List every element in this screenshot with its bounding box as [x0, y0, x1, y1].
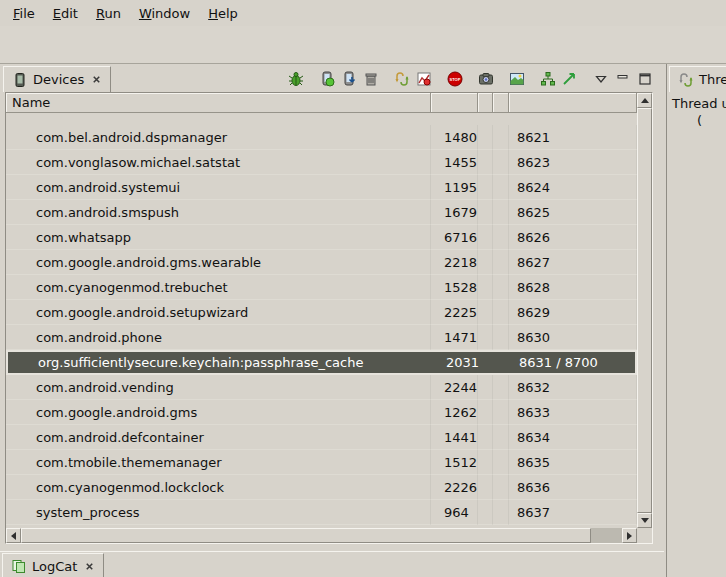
cell-blank2: [493, 375, 509, 400]
cell-blank2: [493, 400, 509, 425]
table-row[interactable]: com.android.phone 1471 8630: [6, 325, 637, 350]
gl-trace-icon[interactable]: [559, 69, 581, 89]
process-name: system_process: [6, 500, 431, 525]
process-name: org.sufficientlysecure.keychain:passphra…: [8, 352, 433, 373]
scrollbar-down-button[interactable]: [637, 513, 652, 528]
process-name: com.google.android.gms: [6, 400, 431, 425]
column-header-blank2[interactable]: [493, 93, 509, 113]
column-header-blank1[interactable]: [478, 93, 493, 113]
horizontal-scrollbar[interactable]: [6, 528, 637, 543]
tab-threads[interactable]: Threads: [669, 66, 726, 92]
column-header-port[interactable]: [509, 93, 637, 113]
logcat-tab-label: LogCat: [32, 559, 77, 574]
logcat-tab-icon: [11, 558, 27, 574]
hierarchy-view-icon[interactable]: [537, 69, 559, 89]
cell-blank1: [478, 325, 493, 350]
arrow-right-icon: [627, 532, 632, 540]
menu-edit[interactable]: Edit: [44, 2, 87, 25]
tab-logcat[interactable]: LogCat: [2, 553, 104, 577]
table-row[interactable]: com.google.android.setupwizard 22250 862…: [6, 300, 637, 325]
process-name: com.cyanogenmod.lockclock: [6, 475, 431, 500]
process-name: com.bel.android.dspmanager: [6, 125, 431, 150]
table-row[interactable]: com.android.systemui 1195 8624: [6, 175, 637, 200]
screen-capture-icon[interactable]: [475, 69, 497, 89]
tab-devices[interactable]: Devices: [3, 66, 111, 92]
cell-blank2: [493, 200, 509, 225]
table-row[interactable]: com.cyanogenmod.trebuchet 1528 8628: [6, 275, 637, 300]
table-row[interactable]: com.android.vending 22440 8632: [6, 375, 637, 400]
scrollbar-up-button[interactable]: [637, 93, 652, 108]
process-pid: 12623: [431, 400, 478, 425]
arrow-up-icon: [641, 98, 649, 103]
minimize-icon[interactable]: [612, 69, 634, 89]
process-name: com.whatsapp: [6, 225, 431, 250]
process-name: com.android.systemui: [6, 175, 431, 200]
device-tab-icon: [12, 72, 28, 88]
table-row[interactable]: com.whatsapp 6716 8626: [6, 225, 637, 250]
device-table: Name com.bel.android.dspmanager 1480 862…: [5, 92, 653, 544]
table-row[interactable]: org.sufficientlysecure.keychain:passphra…: [6, 350, 637, 375]
process-pid: 964: [431, 500, 478, 525]
table-row[interactable]: system_process 964 8637: [6, 500, 637, 525]
vertical-scrollbar-thumb[interactable]: [637, 108, 652, 513]
cell-blank1: [478, 225, 493, 250]
process-pid: 1512: [431, 450, 478, 475]
toolbar-separator: [382, 70, 391, 88]
start-method-profiling-icon[interactable]: [413, 69, 435, 89]
cell-blank1: [478, 500, 493, 525]
close-icon[interactable]: [84, 561, 95, 572]
process-port: 8626: [509, 225, 637, 250]
horizontal-scrollbar-thumb[interactable]: [21, 528, 591, 543]
column-header-pid[interactable]: [431, 93, 478, 113]
cell-blank1: [478, 375, 493, 400]
table-row[interactable]: com.google.android.gms 12623 8633: [6, 400, 637, 425]
table-row[interactable]: com.vonglasow.michael.satstat 14553 8623: [6, 150, 637, 175]
cause-gc-icon[interactable]: [360, 69, 382, 89]
vertical-scrollbar[interactable]: [637, 93, 652, 528]
table-row[interactable]: com.android.smspush 1679 8625: [6, 200, 637, 225]
debug-process-icon[interactable]: [285, 69, 307, 89]
cell-blank2: [493, 475, 509, 500]
cell-blank1: [478, 275, 493, 300]
process-name: com.google.android.setupwizard: [6, 300, 431, 325]
cell-blank1: [478, 150, 493, 175]
column-header-name[interactable]: Name: [6, 93, 431, 113]
process-port: 8637: [509, 500, 637, 525]
cell-blank1: [478, 175, 493, 200]
scrollbar-right-button[interactable]: [622, 528, 637, 543]
process-port: 8621: [509, 125, 637, 150]
menu-help[interactable]: Help: [199, 2, 247, 25]
process-pid: 22250: [431, 300, 478, 325]
stop-process-icon[interactable]: STOP: [444, 69, 466, 89]
table-row[interactable]: com.cyanogenmod.lockclock 22265 8636: [6, 475, 637, 500]
table-row[interactable]: com.tmobile.thememanager 1512 8635: [6, 450, 637, 475]
update-threads-icon[interactable]: [391, 69, 413, 89]
table-row[interactable]: com.bel.android.dspmanager 1480 8621: [6, 125, 637, 150]
scrollbar-left-button[interactable]: [6, 528, 21, 543]
menu-window[interactable]: Window: [130, 2, 199, 25]
process-name: com.android.defcontainer: [6, 425, 431, 450]
ddms-window: FileEditRunWindowHelp Devices STOP Name: [0, 0, 726, 577]
cell-blank2: [493, 250, 509, 275]
system-trace-icon[interactable]: [506, 69, 528, 89]
cell-blank2: [493, 325, 509, 350]
cell-blank2: [493, 425, 509, 450]
table-row[interactable]: com.google.android.gms.wearable 22185 86…: [6, 250, 637, 275]
dump-hprof-icon[interactable]: [338, 69, 360, 89]
cell-blank2: [493, 225, 509, 250]
update-heap-icon[interactable]: [316, 69, 338, 89]
process-port: 8625: [509, 200, 637, 225]
maximize-icon[interactable]: [634, 69, 656, 89]
menu-run[interactable]: Run: [87, 2, 130, 25]
process-name: com.android.phone: [6, 325, 431, 350]
menu-file[interactable]: File: [4, 2, 44, 25]
close-icon[interactable]: [91, 74, 102, 85]
threads-message-line2: (: [697, 113, 702, 128]
table-row[interactable]: com.android.defcontainer 14411 8634: [6, 425, 637, 450]
device-table-header: Name: [6, 93, 637, 113]
arrow-left-icon: [11, 532, 16, 540]
threads-tabstrip: Threads: [667, 64, 726, 92]
toolbar-separator: [466, 70, 475, 88]
view-menu-icon[interactable]: [590, 69, 612, 89]
process-pid: 1528: [431, 275, 478, 300]
